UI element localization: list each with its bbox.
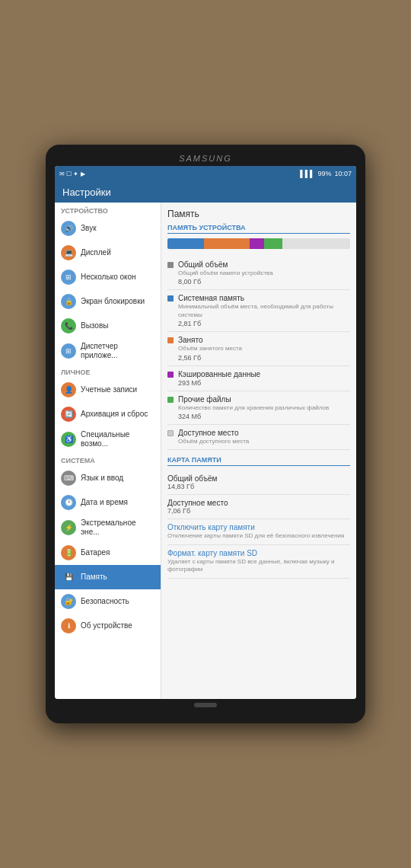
tablet-screen: ✉ ☐ ✦ ▶ ▌▌▌ 99% 10:07 Настройки УСТРОЙСТ… <box>55 166 356 699</box>
bar-free <box>282 238 350 249</box>
dot-other <box>167 397 174 403</box>
card-free-name: Доступное место <box>167 499 350 507</box>
sound-icon: 🔊 <box>61 221 76 236</box>
sidebar-item-lockscreen-label: Экран блокировки <box>81 297 145 306</box>
sidebar-item-display-label: Дисплей <box>81 248 111 257</box>
memory-desc-system: Минимальный объём места, необходимый для… <box>178 303 350 319</box>
memory-desc-used: Объём занятого места <box>178 345 350 353</box>
memory-desc-total: Общий объём памяти устройства <box>178 270 350 277</box>
memory-name-used: Занято <box>178 336 350 344</box>
memory-icon: 💾 <box>61 570 76 585</box>
memory-item-cached: Кэшированные данные 293 Мб <box>167 366 350 391</box>
datetime-icon: 🕐 <box>61 495 76 510</box>
memory-item-used: Занято Объём занятого места 2,56 Гб <box>167 332 350 365</box>
dot-system <box>167 295 174 302</box>
sidebar-item-security-label: Безопасность <box>81 597 129 606</box>
action-format-name[interactable]: Формат. карту памяти SD <box>167 549 350 557</box>
memory-item-other: Прочие файлы Количество памяти для хране… <box>167 391 350 425</box>
sidebar-item-security[interactable]: 🔐 Безопасность <box>55 589 161 614</box>
card-total-name: Общий объём <box>167 474 350 483</box>
device-memory-title: ПАМЯТЬ УСТРОЙСТВА <box>167 224 350 234</box>
battery-indicator: 99% <box>317 170 331 177</box>
sidebar-item-appmanager-label: Диспетчер приложе... <box>81 342 155 360</box>
memory-name-cached: Кэшированные данные <box>178 370 350 378</box>
memory-item-free: Доступное место Объём доступного места <box>167 425 350 450</box>
memory-name-total: Общий объём <box>178 260 350 269</box>
sidebar-item-display[interactable]: 💻 Дисплей <box>55 241 161 265</box>
bar-used <box>204 238 250 249</box>
card-free-val: 7,06 Гб <box>167 507 350 515</box>
bar-system <box>167 238 204 249</box>
sidebar-item-powersave[interactable]: ⚡ Экстремальное эне... <box>55 515 161 541</box>
memory-name-other: Прочие файлы <box>178 395 350 404</box>
memory-desc-other: Количество памяти для хранения различных… <box>178 404 350 412</box>
memory-item-system: Системная память Минимальный объём места… <box>167 290 350 332</box>
tablet: SAMSUNG ✉ ☐ ✦ ▶ ▌▌▌ 99% 10:07 Настройки … <box>46 145 365 723</box>
notification-icons: ✉ ☐ ✦ ▶ <box>59 171 85 177</box>
memory-info-total: Общий объём Общий объём памяти устройств… <box>178 260 350 286</box>
sidebar-item-accounts[interactable]: 👤 Учетные записи <box>55 378 161 402</box>
sidebar-item-about[interactable]: ℹ Об устройстве <box>55 614 161 638</box>
sidebar-item-accessibility-label: Специальные возмо... <box>81 430 155 448</box>
sidebar-item-calls[interactable]: 📞 Вызовы <box>55 314 161 338</box>
sidebar-item-language[interactable]: ⌨ Язык и ввод <box>55 466 161 490</box>
memory-info-used: Занято Объём занятого места 2,56 Гб <box>178 336 350 361</box>
memory-usage-bar <box>167 238 350 249</box>
memory-page-title: Память <box>167 209 350 219</box>
status-icons: ✉ ☐ ✦ ▶ <box>59 171 85 177</box>
signal-icon: ▌▌▌ <box>300 170 314 177</box>
card-item-total: Общий объём 14,83 Гб <box>167 471 350 495</box>
memory-info-cached: Кэшированные данные 293 Мб <box>178 370 350 387</box>
action-eject-name[interactable]: Отключить карту памяти <box>167 523 350 531</box>
brand-logo: SAMSUNG <box>179 154 232 163</box>
sidebar-item-memory[interactable]: 💾 Память <box>55 565 161 589</box>
sidebar-item-appmanager[interactable]: ⊞ Диспетчер приложе... <box>55 338 161 364</box>
memory-info-free: Доступное место Объём доступного места <box>178 429 350 445</box>
title-bar: Настройки <box>55 181 356 203</box>
language-icon: ⌨ <box>61 471 76 486</box>
memory-name-system: Системная память <box>178 294 350 302</box>
sidebar-item-accounts-label: Учетные записи <box>81 385 137 394</box>
sidebar-item-datetime[interactable]: 🕐 Дата и время <box>55 490 161 515</box>
sidebar-item-about-label: Об устройстве <box>81 621 132 630</box>
action-format-desc: Удаляет с карты памяти SD все данные, вк… <box>167 558 350 574</box>
sidebar-item-battery[interactable]: 🔋 Батарея <box>55 541 161 565</box>
status-right: ▌▌▌ 99% 10:07 <box>300 170 352 177</box>
card-total-val: 14,83 Гб <box>167 483 350 490</box>
dot-free <box>167 430 174 436</box>
calls-icon: 📞 <box>61 318 76 333</box>
sidebar-item-calls-label: Вызовы <box>81 321 108 330</box>
status-bar: ✉ ☐ ✦ ▶ ▌▌▌ 99% 10:07 <box>55 166 356 181</box>
sidebar: УСТРОЙСТВО 🔊 Звук 💻 Дисплей ⊞ Несколько … <box>55 203 161 699</box>
sidebar-item-sound-label: Звук <box>81 224 97 233</box>
dot-total <box>167 262 174 268</box>
action-eject[interactable]: Отключить карту памяти Отключение карты … <box>167 519 350 544</box>
action-eject-desc: Отключение карты памяти SD для её безопа… <box>167 532 350 540</box>
sidebar-item-backup[interactable]: 🔄 Архивация и сброс <box>55 402 161 426</box>
powersave-icon: ⚡ <box>61 520 76 535</box>
home-button[interactable] <box>194 703 217 707</box>
security-icon: 🔐 <box>61 594 76 609</box>
clock: 10:07 <box>334 170 352 177</box>
section-label-device: УСТРОЙСТВО <box>55 203 161 216</box>
card-section-title: КАРТА ПАМЯТИ <box>167 456 350 466</box>
bar-other <box>264 238 282 249</box>
battery-icon: 🔋 <box>61 545 76 560</box>
section-label-system: СИСТЕМА <box>55 452 161 466</box>
sidebar-item-lockscreen[interactable]: 🔒 Экран блокировки <box>55 289 161 314</box>
sidebar-item-memory-label: Память <box>81 573 107 582</box>
action-format[interactable]: Формат. карту памяти SD Удаляет с карты … <box>167 545 350 579</box>
page-title: Настройки <box>62 187 111 198</box>
sidebar-item-sound[interactable]: 🔊 Звук <box>55 216 161 241</box>
memory-content: Память ПАМЯТЬ УСТРОЙСТВА Общий объём Общ… <box>161 203 356 699</box>
sidebar-item-multiwindow[interactable]: ⊞ Несколько окон <box>55 265 161 289</box>
bar-cached <box>250 238 264 249</box>
memory-val-total: 8,00 Гб <box>178 278 350 286</box>
sidebar-item-accessibility[interactable]: ♿ Специальные возмо... <box>55 426 161 452</box>
memory-val-used: 2,56 Гб <box>178 354 350 362</box>
display-icon: 💻 <box>61 245 76 260</box>
memory-info-other: Прочие файлы Количество памяти для хране… <box>178 395 350 420</box>
sidebar-item-battery-label: Батарея <box>81 548 110 557</box>
memory-name-free: Доступное место <box>178 429 350 437</box>
accounts-icon: 👤 <box>61 382 76 397</box>
